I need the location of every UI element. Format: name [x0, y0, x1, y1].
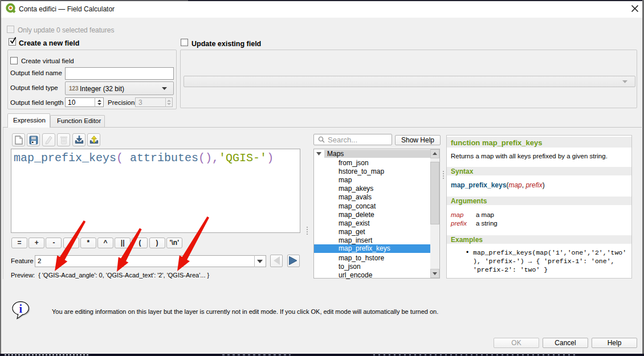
svg-text:i: i [19, 302, 22, 315]
